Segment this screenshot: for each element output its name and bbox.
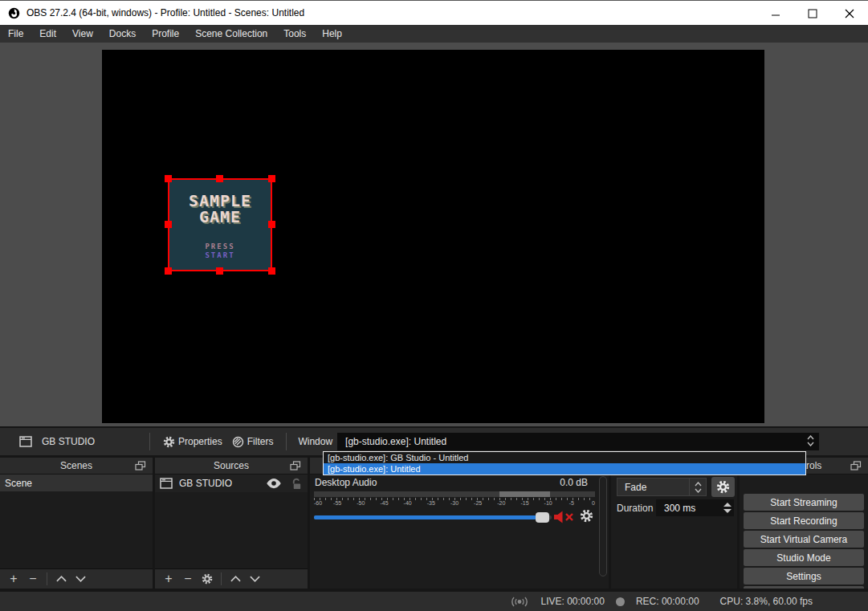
- chevron-up-icon: [230, 576, 241, 582]
- menu-view[interactable]: View: [64, 25, 101, 43]
- scene-transitions-panel: Fade Duration 300 ms: [611, 458, 737, 589]
- remove-scene-button[interactable]: −: [26, 572, 40, 586]
- chevron-up-icon: [56, 576, 67, 582]
- dropdown-option-2-selected[interactable]: [gb-studio.exe]: Untitled: [324, 463, 805, 475]
- gear-icon: [163, 436, 175, 448]
- speaker-muted-icon: [553, 511, 576, 523]
- visibility-eye-icon[interactable]: [265, 478, 283, 489]
- selected-source-name: GB STUDIO: [42, 436, 95, 447]
- dropdown-option-1[interactable]: [gb-studio.exe]: GB Studio - Untitled: [324, 452, 805, 463]
- start-recording-button[interactable]: Start Recording: [744, 512, 864, 529]
- menu-profile[interactable]: Profile: [144, 25, 187, 43]
- resize-handle-e[interactable]: [268, 221, 275, 228]
- exit-button[interactable]: Exit: [744, 586, 864, 589]
- source-move-down-button[interactable]: [247, 572, 262, 586]
- scenes-panel-title: Scenes: [60, 460, 92, 471]
- studio-mode-button[interactable]: Studio Mode: [744, 549, 864, 566]
- start-streaming-button[interactable]: Start Streaming: [744, 494, 864, 511]
- title-bar: OBS 27.2.4 (64-bit, windows) - Profile: …: [0, 0, 868, 25]
- source-properties-button[interactable]: [200, 572, 214, 586]
- scenes-toolbar: + −: [0, 568, 153, 589]
- panel-dock-icon[interactable]: [135, 461, 146, 470]
- menu-edit[interactable]: Edit: [31, 25, 64, 43]
- add-source-button[interactable]: +: [161, 572, 176, 586]
- scene-transitions-body: Fade Duration 300 ms: [611, 475, 737, 589]
- resize-handle-ne[interactable]: [268, 175, 275, 182]
- spin-down-icon[interactable]: [723, 509, 731, 513]
- resize-handle-sw[interactable]: [165, 267, 172, 275]
- chevron-down-icon: [75, 576, 86, 582]
- cpu-fps-stats: CPU: 3.8%, 60.00 fps: [720, 596, 813, 607]
- transition-combobox[interactable]: Fade: [617, 478, 707, 496]
- resize-handle-n[interactable]: [216, 175, 223, 182]
- lock-open-icon[interactable]: [291, 478, 303, 490]
- menu-docks[interactable]: Docks: [101, 25, 144, 43]
- resize-handle-s[interactable]: [216, 267, 223, 275]
- combobox-arrows-icon: [689, 479, 706, 495]
- close-button[interactable]: [831, 1, 868, 26]
- add-scene-button[interactable]: +: [6, 572, 21, 586]
- scene-list-item[interactable]: Scene: [0, 475, 153, 491]
- mixer-settings-button[interactable]: [580, 509, 593, 523]
- start-virtual-camera-button[interactable]: Start Virtual Camera: [744, 531, 864, 548]
- scenes-panel: Scenes Scene + −: [0, 458, 153, 589]
- menu-file[interactable]: File: [0, 25, 31, 43]
- obs-logo-icon: [8, 7, 20, 19]
- gear-icon: [202, 573, 213, 585]
- volume-slider[interactable]: [314, 512, 552, 523]
- chevron-down-icon: [250, 576, 260, 582]
- source-move-up-button[interactable]: [228, 572, 242, 586]
- live-timer: LIVE: 00:00:00: [540, 596, 604, 607]
- scene-move-down-button[interactable]: [73, 572, 88, 586]
- settings-button[interactable]: Settings: [744, 568, 864, 585]
- source-list-item[interactable]: GB STUDIO: [155, 475, 308, 492]
- window-select-value: [gb-studio.exe]: Untitled: [345, 436, 446, 447]
- minimize-icon: [771, 9, 780, 18]
- volume-slider-handle[interactable]: [536, 512, 549, 523]
- window-select-dropdown: [gb-studio.exe]: GB Studio - Untitled [g…: [323, 451, 806, 475]
- combobox-arrows-icon: [807, 435, 814, 446]
- menu-help[interactable]: Help: [314, 25, 350, 43]
- window-select-combobox[interactable]: [gb-studio.exe]: Untitled: [337, 433, 819, 450]
- transition-settings-button[interactable]: [711, 477, 735, 497]
- remove-source-button[interactable]: −: [181, 572, 195, 586]
- game-capture-image: SAMPLE GAME PRESS START: [169, 180, 271, 270]
- mute-button[interactable]: [553, 511, 576, 523]
- game-press-start-text: PRESS START: [169, 242, 271, 260]
- audio-mixer-body: Desktop Audio 0.0 dB -60 -55 -50 -45 -40…: [310, 475, 609, 589]
- properties-button[interactable]: Properties: [158, 436, 227, 448]
- window-source-icon: [19, 436, 32, 447]
- sources-panel: Sources GB STUDIO: [155, 458, 308, 589]
- controls-panel: Controls Start Streaming Start Recording…: [740, 458, 868, 589]
- transition-value: Fade: [625, 482, 646, 493]
- meter-scale-labels: -60 -55 -50 -45 -40 -35 -30 -25 -20 -15 …: [314, 500, 595, 507]
- panel-dock-icon[interactable]: [850, 461, 862, 470]
- minimize-button[interactable]: [757, 1, 794, 26]
- maximize-button[interactable]: [794, 1, 831, 26]
- window-title: OBS 27.2.4 (64-bit, windows) - Profile: …: [26, 7, 304, 18]
- scene-move-up-button[interactable]: [54, 572, 68, 586]
- status-bar: LIVE: 00:00:00 REC: 00:00:00 CPU: 3.8%, …: [0, 592, 868, 611]
- menu-scene-collection[interactable]: Scene Collection: [187, 25, 275, 43]
- menu-tools[interactable]: Tools: [275, 25, 314, 43]
- mixer-scrollbar[interactable]: [599, 476, 607, 576]
- gear-icon: [580, 509, 593, 523]
- preview-canvas[interactable]: SAMPLE GAME PRESS START: [102, 50, 764, 423]
- toolbar-separator: [149, 433, 150, 450]
- gear-icon: [716, 480, 730, 494]
- resize-handle-nw[interactable]: [165, 175, 172, 182]
- obs-window: OBS 27.2.4 (64-bit, windows) - Profile: …: [0, 0, 868, 611]
- panel-dock-icon[interactable]: [290, 461, 301, 470]
- toolbar-separator: [286, 433, 287, 450]
- resize-handle-se[interactable]: [268, 267, 275, 275]
- filters-button[interactable]: Filters: [227, 436, 279, 448]
- toolbar-separator: [47, 572, 47, 585]
- menu-bar: File Edit View Docks Profile Scene Colle…: [0, 25, 868, 43]
- sources-toolbar: + −: [155, 568, 308, 589]
- duration-spinbox[interactable]: 300 ms: [656, 499, 734, 516]
- spin-up-icon[interactable]: [723, 503, 731, 507]
- resize-handle-w[interactable]: [165, 221, 172, 228]
- audio-level-meter: [314, 491, 595, 497]
- game-capture-source[interactable]: SAMPLE GAME PRESS START: [168, 178, 272, 271]
- window-source-icon: [160, 478, 173, 489]
